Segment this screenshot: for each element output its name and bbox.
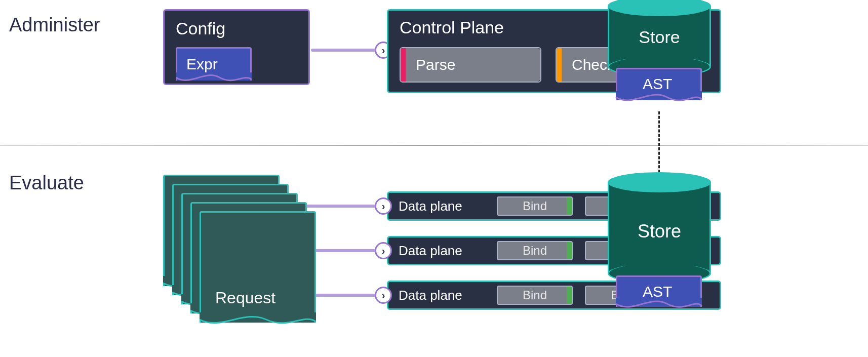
connector-config-to-control <box>311 49 380 52</box>
evaluate-label: Evaluate <box>9 172 84 194</box>
data-plane-label: Data plane <box>399 243 485 259</box>
check-accent-bar <box>557 48 562 82</box>
bind-pill: Bind <box>497 196 573 216</box>
request-card-front: Request <box>200 211 316 323</box>
ast-top-document: AST <box>616 68 702 100</box>
store-top-label: Store <box>608 27 711 47</box>
administer-label: Administer <box>9 14 100 36</box>
ast-bottom-document: AST <box>616 275 702 307</box>
ast-top-label: AST <box>643 75 672 93</box>
config-box: Config Expr <box>163 9 310 85</box>
parse-stage: Parse <box>400 47 541 83</box>
store-top-cylinder: Store <box>608 0 711 76</box>
arrow-icon: › <box>375 287 392 304</box>
config-title: Config <box>176 19 225 38</box>
data-plane-label: Data plane <box>399 288 485 303</box>
parse-accent-bar <box>401 48 406 82</box>
expr-label: Expr <box>186 56 218 73</box>
connector-ast-to-store <box>658 111 660 177</box>
store-bottom-label: Store <box>608 221 711 242</box>
arrow-icon: › <box>375 197 392 215</box>
section-divider <box>0 145 868 146</box>
arrow-icon: › <box>375 242 392 259</box>
parse-label: Parse <box>406 48 540 82</box>
store-bottom-cylinder: Store <box>608 176 711 283</box>
request-stack: Request <box>163 175 320 322</box>
request-label: Request <box>215 289 275 307</box>
bind-pill: Bind <box>497 241 573 260</box>
expr-document: Expr <box>176 47 252 81</box>
bind-pill: Bind <box>497 286 573 305</box>
control-plane-title: Control Plane <box>400 18 504 37</box>
data-plane-label: Data plane <box>399 199 485 214</box>
